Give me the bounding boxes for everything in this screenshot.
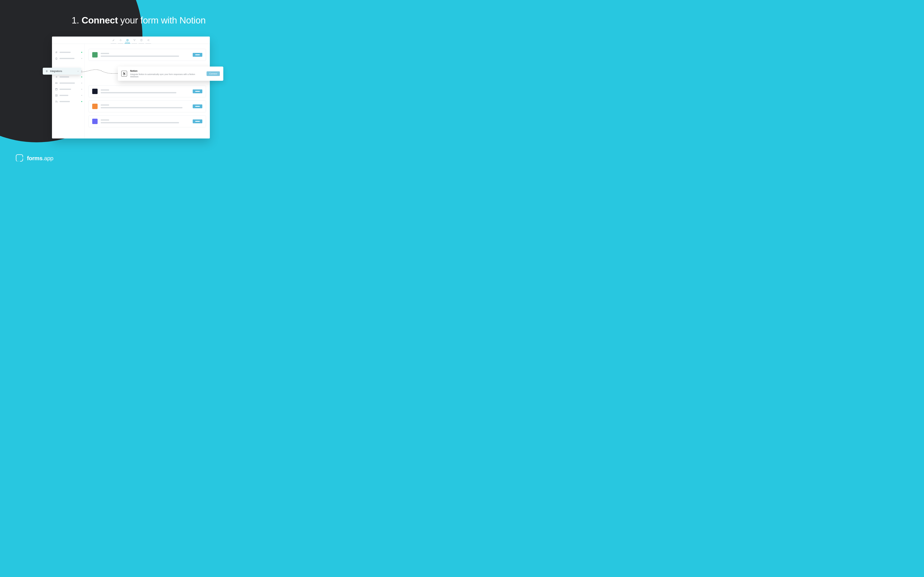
bell-icon — [55, 57, 58, 60]
tab-settings-label: Settings — [125, 42, 130, 43]
status-dot — [81, 52, 82, 53]
sidebar-item-9[interactable] — [52, 98, 84, 105]
headline-rest: your form with Notion — [118, 15, 205, 26]
svg-point-6 — [149, 39, 149, 40]
connect-button[interactable] — [193, 119, 202, 123]
pencil-icon — [112, 39, 115, 41]
integration-logo — [92, 52, 98, 58]
calculator-icon — [140, 39, 143, 41]
integration-logo — [92, 104, 98, 109]
headline-bold: Connect — [82, 15, 118, 26]
status-dot — [81, 101, 82, 102]
sidebar-item-integrations[interactable]: Integrations — [43, 68, 81, 75]
status-dot — [81, 77, 82, 77]
chart-icon — [55, 94, 58, 97]
svg-point-5 — [147, 40, 148, 40]
share-icon — [147, 39, 150, 41]
brand-logo: forms.app — [15, 154, 53, 163]
svg-point-7 — [149, 40, 149, 41]
tab-settings[interactable]: Settings — [124, 39, 131, 44]
page-headline: 1. Connect your form with Notion — [0, 15, 277, 26]
svg-rect-4 — [141, 39, 142, 41]
svg-point-0 — [127, 40, 128, 40]
integration-desc: Integrate Notion to automatically sync y… — [130, 73, 204, 78]
app-window: . . Settings . . . — [52, 37, 210, 139]
sidebar-item-5[interactable] — [52, 74, 84, 80]
headline-number: 1. — [72, 15, 79, 26]
text-icon — [55, 82, 58, 84]
integration-card — [89, 85, 206, 97]
users-icon — [55, 100, 58, 103]
svg-point-9 — [56, 53, 56, 53]
status-dot — [78, 71, 79, 72]
svg-point-2 — [135, 39, 135, 40]
integrations-list — [85, 44, 210, 139]
sidebar — [52, 44, 85, 139]
tab-design[interactable]: . — [117, 39, 124, 44]
status-dot — [81, 89, 82, 90]
sliders-icon — [55, 51, 58, 54]
integration-title: Notion — [130, 69, 204, 73]
sidebar-item-2[interactable] — [52, 55, 84, 61]
tab-logic[interactable]: . — [131, 39, 138, 44]
plug-icon — [45, 70, 48, 73]
forward-alt-icon — [55, 76, 58, 78]
svg-rect-11 — [55, 89, 57, 90]
status-dot — [81, 58, 82, 59]
integration-logo — [92, 89, 98, 94]
integration-card — [89, 49, 206, 61]
notion-integration-card: N Notion Integrate Notion to automatical… — [118, 66, 223, 81]
connect-button[interactable]: Connect — [207, 71, 220, 76]
svg-point-13 — [56, 101, 57, 102]
svg-point-3 — [134, 40, 134, 41]
svg-point-1 — [134, 39, 134, 40]
svg-point-8 — [57, 52, 57, 52]
brand-text: forms.app — [27, 155, 53, 161]
tab-share[interactable]: . — [145, 39, 152, 44]
connect-button[interactable] — [193, 53, 202, 57]
integration-card — [89, 115, 206, 127]
sidebar-item-8[interactable] — [52, 92, 84, 98]
connect-button[interactable] — [193, 89, 202, 93]
notion-logo-icon: N — [121, 71, 127, 77]
integration-logo — [92, 119, 98, 124]
tab-calculator[interactable]: . — [138, 39, 145, 44]
status-dot — [81, 70, 82, 71]
status-dot — [81, 83, 82, 84]
brand-mark-icon — [15, 154, 24, 163]
connect-button[interactable] — [193, 105, 202, 108]
sidebar-item-6[interactable] — [52, 80, 84, 86]
sidebar-item-1[interactable] — [52, 49, 84, 55]
status-dot — [81, 95, 82, 96]
drop-icon — [120, 39, 122, 41]
sidebar-item-label: Integrations — [50, 70, 62, 73]
gear-icon — [126, 39, 129, 41]
svg-rect-10 — [55, 83, 57, 84]
sidebar-item-7[interactable] — [52, 86, 84, 92]
topbar: . . Settings . . . — [52, 37, 210, 44]
branch-icon — [133, 39, 136, 41]
tab-edit[interactable]: . — [110, 39, 117, 44]
calendar-icon — [55, 88, 58, 90]
integration-card — [89, 100, 206, 112]
